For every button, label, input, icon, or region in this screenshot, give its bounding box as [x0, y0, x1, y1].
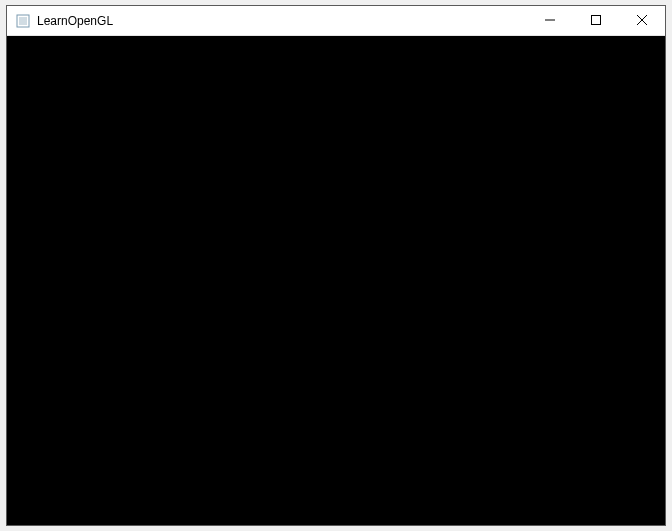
- maximize-button[interactable]: [573, 6, 619, 35]
- app-icon: [15, 13, 31, 29]
- window-title: LearnOpenGL: [37, 6, 113, 36]
- minimize-icon: [545, 13, 555, 28]
- minimize-button[interactable]: [527, 6, 573, 35]
- svg-rect-3: [592, 16, 601, 25]
- application-window: LearnOpenGL: [6, 5, 666, 526]
- close-icon: [637, 13, 647, 28]
- opengl-viewport[interactable]: [7, 36, 665, 525]
- window-controls: [527, 6, 665, 35]
- close-button[interactable]: [619, 6, 665, 35]
- svg-rect-1: [19, 17, 27, 25]
- titlebar[interactable]: LearnOpenGL: [7, 6, 665, 36]
- maximize-icon: [591, 13, 601, 28]
